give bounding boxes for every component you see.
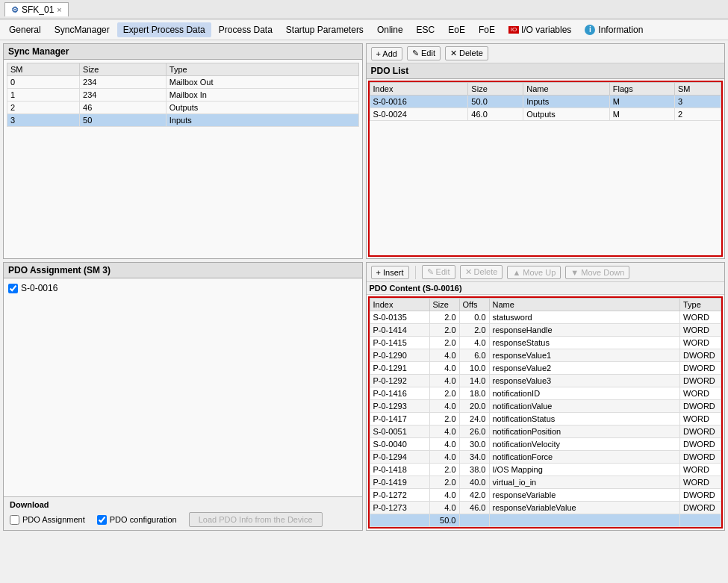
content-cell-size: 4.0 (429, 489, 459, 502)
table-row[interactable]: S-0-0135 2.0 0.0 statusword WORD (370, 311, 721, 324)
table-row[interactable]: P-0-1417 2.0 24.0 notificationStatus WOR… (370, 413, 721, 425)
content-cell-index (370, 514, 429, 527)
table-row[interactable]: P-0-1293 4.0 20.0 notificationValue DWOR… (370, 400, 721, 413)
table-row[interactable]: 3 50 Inputs (7, 114, 359, 127)
pdo-cell-size: 46.0 (468, 108, 523, 121)
sm-cell-size: 50 (80, 114, 167, 127)
pdo-cell-flags: M (609, 108, 674, 121)
content-cell-size: 4.0 (429, 502, 459, 514)
pdo-col-index: Index (370, 83, 468, 96)
content-col-name: Name (489, 299, 680, 311)
pdo-content-panel: + Insert ✎ Edit ✕ Delete ▲ Move Up ▼ Mov… (366, 262, 726, 531)
insert-button[interactable]: + Insert (371, 266, 409, 279)
table-row[interactable]: P-0-1418 2.0 38.0 I/OS Mapping WORD (370, 464, 721, 476)
sm-col-sm: SM (7, 63, 80, 76)
menu-item-online[interactable]: Online (371, 22, 409, 37)
content-cell-type: WORD (680, 464, 721, 476)
table-row[interactable]: P-0-1272 4.0 42.0 responseVariable DWORD (370, 489, 721, 502)
table-row[interactable]: P-0-1414 2.0 2.0 responseHandle WORD (370, 324, 721, 337)
pdo-list-panel: + Add ✎ Edit ✕ Delete PDO List Index Siz… (366, 43, 726, 259)
table-row[interactable]: P-0-1273 4.0 46.0 responseVariableValue … (370, 502, 721, 514)
content-cell-name: responseVariable (489, 489, 680, 502)
menu-item-processdata[interactable]: Process Data (213, 22, 279, 37)
content-cell-offs: 6.0 (459, 349, 489, 362)
table-row[interactable]: P-0-1292 4.0 14.0 responseValue3 DWORD (370, 375, 721, 387)
pdo-cell-sm: 2 (675, 108, 721, 121)
table-row[interactable]: 50.0 (370, 514, 721, 527)
pdo-cell-size: 50.0 (468, 96, 523, 108)
pdo-config-check-label[interactable]: PDO configuration (97, 515, 177, 525)
main-tab[interactable]: ⚙ SFK_01 × (4, 2, 69, 16)
content-cell-index: P-0-1418 (370, 464, 429, 476)
content-cell-size: 2.0 (429, 387, 459, 400)
table-row[interactable]: S-0-0051 4.0 26.0 notificationPosition D… (370, 425, 721, 438)
sm-cell-type: Mailbox Out (166, 76, 358, 89)
download-title: Download (10, 500, 356, 509)
add-button[interactable]: + Add (371, 47, 402, 60)
content-cell-type: DWORD (680, 400, 721, 413)
content-col-type: Type (680, 299, 721, 311)
table-row[interactable]: P-0-1294 4.0 34.0 notificationForce DWOR… (370, 451, 721, 464)
pdo-assignment-title: PDO Assignment (SM 3) (4, 263, 362, 278)
pdo-assignment-checkbox[interactable] (8, 284, 18, 293)
menu-item-syncmanager[interactable]: SyncManager (49, 22, 116, 37)
move-up-button[interactable]: ▲ Move Up (507, 266, 561, 279)
edit-button[interactable]: ✎ Edit (407, 46, 441, 60)
content-delete-button[interactable]: ✕ Delete (460, 265, 503, 279)
content-cell-size: 50.0 (429, 514, 459, 527)
delete-button[interactable]: ✕ Delete (445, 46, 488, 60)
sm-col-type: Type (166, 63, 358, 76)
content-cell-index: P-0-1414 (370, 324, 429, 337)
app-icon: ⚙ (11, 5, 19, 15)
pdo-assignment-checkbox2[interactable] (10, 515, 19, 525)
table-row[interactable]: P-0-1416 2.0 18.0 notificationID WORD (370, 387, 721, 400)
sync-manager-table: SM Size Type 0 234 Mailbox Out 1 234 Mai… (7, 63, 359, 127)
table-row[interactable]: S-0-0016 50.0 Inputs M 3 (370, 96, 721, 108)
close-icon[interactable]: × (57, 5, 61, 14)
pdo-cell-index: S-0-0024 (370, 108, 468, 121)
content-col-size: Size (429, 299, 459, 311)
pdo-assignment-label: S-0-0016 (21, 283, 57, 293)
move-down-button[interactable]: ▼ Move Down (565, 266, 629, 279)
content-cell-type: DWORD (680, 375, 721, 387)
menu-item-startup[interactable]: Startup Parameters (280, 22, 370, 37)
content-cell-name: notificationPosition (489, 425, 680, 438)
sm-cell-size: 46 (80, 102, 167, 114)
table-row[interactable]: S-0-0024 46.0 Outputs M 2 (370, 108, 721, 121)
content-edit-button[interactable]: ✎ Edit (422, 265, 455, 279)
menu-item-expert[interactable]: Expert Process Data (117, 22, 211, 37)
menu-item-esc[interactable]: ESC (411, 22, 441, 37)
table-row[interactable]: P-0-1290 4.0 6.0 responseValue1 DWORD (370, 349, 721, 362)
io-icon: IO (508, 26, 519, 34)
table-row[interactable]: P-0-1415 2.0 4.0 responseStatus WORD (370, 337, 721, 349)
table-row[interactable]: P-0-1419 2.0 40.0 virtual_io_in WORD (370, 476, 721, 489)
table-row[interactable]: 2 46 Outputs (7, 102, 359, 114)
content-cell-offs: 2.0 (459, 324, 489, 337)
pdo-cell-name: Outputs (523, 108, 609, 121)
content-cell-size: 2.0 (429, 464, 459, 476)
menu-item-general[interactable]: General (3, 22, 47, 37)
table-row[interactable]: 1 234 Mailbox In (7, 89, 359, 102)
pdo-config-check-text: PDO configuration (110, 515, 177, 524)
content-cell-name: responseVariableValue (489, 502, 680, 514)
content-cell-type: WORD (680, 311, 721, 324)
download-section: Download PDO Assignment PDO configuratio… (4, 496, 362, 530)
table-row[interactable]: 0 234 Mailbox Out (7, 76, 359, 89)
content-cell-size: 4.0 (429, 451, 459, 464)
content-cell-type: DWORD (680, 451, 721, 464)
load-pdo-button[interactable]: Load PDO Info from the Device (189, 512, 323, 527)
content-cell-size: 4.0 (429, 425, 459, 438)
menu-item-io[interactable]: IO I/O variables (503, 22, 577, 37)
table-row[interactable]: S-0-0040 4.0 30.0 notificationVelocity D… (370, 438, 721, 451)
content-cell-type: DWORD (680, 489, 721, 502)
content-cell-name: responseHandle (489, 324, 680, 337)
content-cell-offs (459, 514, 489, 527)
pdo-assignment-check-label[interactable]: PDO Assignment (10, 515, 85, 525)
menu-item-foe[interactable]: FoE (473, 22, 501, 37)
content-cell-name (489, 514, 680, 527)
content-cell-index: P-0-1417 (370, 413, 429, 425)
menu-item-eoe[interactable]: EoE (442, 22, 471, 37)
pdo-config-checkbox[interactable] (97, 515, 107, 525)
menu-item-information[interactable]: i Information (579, 22, 649, 37)
table-row[interactable]: P-0-1291 4.0 10.0 responseValue2 DWORD (370, 362, 721, 375)
